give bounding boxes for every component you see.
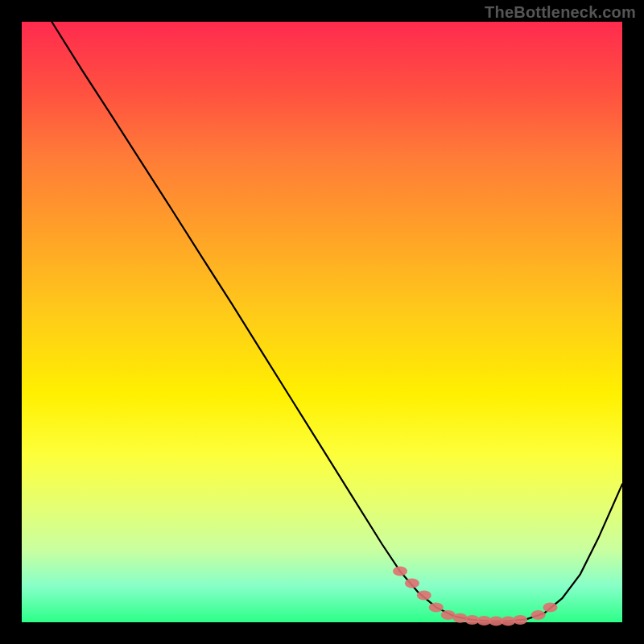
marker-point <box>531 610 546 620</box>
marker-point <box>429 602 444 612</box>
marker-point <box>453 613 468 623</box>
marker-point <box>543 602 558 612</box>
plot-area <box>22 22 622 622</box>
chart-svg <box>22 22 622 622</box>
marker-point <box>393 567 407 576</box>
marker-point <box>417 590 431 600</box>
watermark-text: TheBottleneck.com <box>485 3 636 22</box>
marker-point <box>513 615 527 625</box>
chart-container: TheBottleneck.com <box>0 0 644 644</box>
bottleneck-curve <box>52 22 622 621</box>
marker-group <box>393 567 558 626</box>
marker-point <box>405 579 419 588</box>
